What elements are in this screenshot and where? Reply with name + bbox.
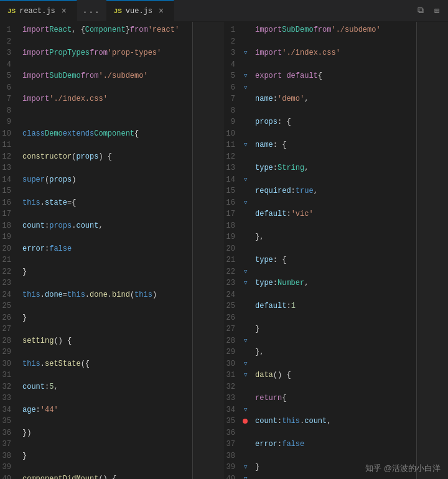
tab-react-close[interactable]: × xyxy=(59,6,69,16)
right-pane: 123 456 789 101112 131415 161718 192021 … xyxy=(224,22,417,479)
js-icon-right: JS xyxy=(114,7,122,15)
right-fold-indicators: ▽ ▽ ▽ ▽ ▽ ▽ xyxy=(244,22,253,479)
tab-vue-js[interactable]: JS vue.js × xyxy=(106,0,174,21)
minimap-left xyxy=(193,22,224,479)
tab-actions-right: ⧉ ⊞ xyxy=(409,0,448,21)
left-code-content: import React, {Component} from 'react' i… xyxy=(20,22,192,479)
tab-react-filename: react.js xyxy=(19,7,55,16)
watermark: 知乎 @活波的小白洋 xyxy=(365,463,441,474)
copy-icon[interactable]: ⧉ xyxy=(414,4,427,17)
minimap-right xyxy=(417,22,448,479)
split-icon[interactable]: ⊞ xyxy=(431,4,443,17)
tab-react-js[interactable]: JS react.js × xyxy=(0,0,77,21)
right-code-content: import SubDemo from './subdemo' import '… xyxy=(253,22,416,479)
tab-bar: JS react.js × ... JS vue.js × ⧉ ⊞ xyxy=(0,0,448,22)
left-code-container: 123 456 789 101112 131415 161718 192021 … xyxy=(0,22,192,479)
tab-more-left[interactable]: ... xyxy=(77,0,105,21)
left-pane: 123 456 789 101112 131415 161718 192021 … xyxy=(0,22,193,479)
left-line-numbers: 123 456 789 101112 131415 161718 192021 … xyxy=(0,22,20,479)
tab-vue-close[interactable]: × xyxy=(156,6,166,16)
right-line-numbers: 123 456 789 101112 131415 161718 192021 … xyxy=(224,22,244,479)
editor-area: 123 456 789 101112 131415 161718 192021 … xyxy=(0,22,448,479)
tab-vue-filename: vue.js xyxy=(126,7,152,16)
right-code-container: 123 456 789 101112 131415 161718 192021 … xyxy=(224,22,416,479)
js-icon-left: JS xyxy=(7,7,16,15)
